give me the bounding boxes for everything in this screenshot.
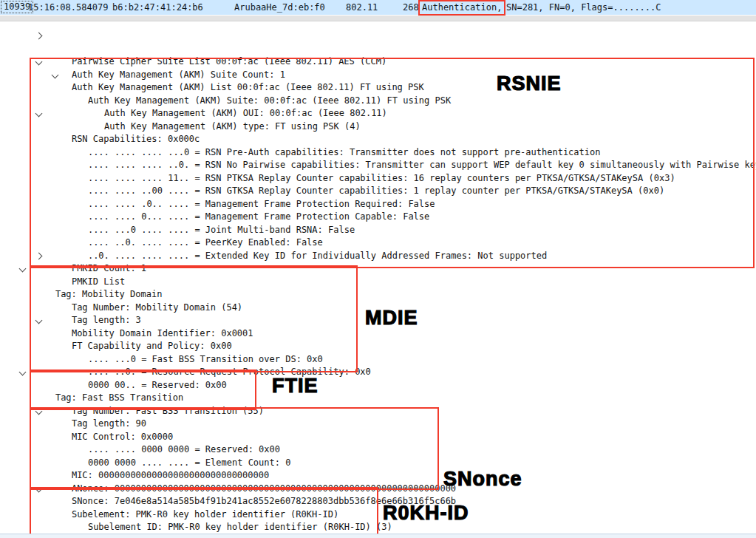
tree-row[interactable]: 0000 0000 .... .... = Element Count: 0 xyxy=(0,431,756,444)
wireshark-window: 10939 15:16:08.584079 b6:b2:47:41:24:b6 … xyxy=(0,0,756,538)
chevron-right-icon[interactable] xyxy=(35,33,43,40)
chevron-down-icon[interactable] xyxy=(19,369,27,376)
tree-row[interactable]: SNonce: 7e046e8a514a585b4f91b241ac8552e6… xyxy=(0,469,756,483)
tree-row[interactable]: .... .... 0000 0000 = Reserved: 0x00 xyxy=(0,418,756,431)
tree-row[interactable]: RSN Capabilities: 0x000c xyxy=(0,107,756,120)
tree-row[interactable]: .... .... ..00 .... = RSN GTKSA Replay C… xyxy=(0,159,756,172)
tree-row[interactable]: ANonce: 00000000000000000000000000000000… xyxy=(0,457,756,470)
tree-row[interactable]: PMKID Count: 1 xyxy=(0,236,756,250)
tree-row[interactable]: Tag: Fast BSS Transition xyxy=(0,366,756,379)
tree-row[interactable]: Subelement: PMK-R0 key holder identifier… xyxy=(0,483,756,496)
tree-row[interactable]: .... ...0 .... .... = Joint Multi-band R… xyxy=(0,198,756,211)
tree-row[interactable]: MIC: 00000000000000000000000000000000 xyxy=(0,443,756,457)
chevron-down-icon[interactable] xyxy=(35,485,43,492)
tree-row[interactable]: Auth Key Management (AKM) type: FT using… xyxy=(0,95,756,108)
tree-row[interactable]: .... .... 0... .... = Management Frame P… xyxy=(0,185,756,198)
tree-row[interactable]: Pairwise Cipher Suite List 00:0f:ac (Iee… xyxy=(0,30,756,43)
tree-row[interactable]: Tag Number: Fast BSS Transition (55) xyxy=(0,379,756,392)
tree-row[interactable]: Auth Key Management (AKM) List 00:0f:ac … xyxy=(0,55,756,69)
packet-destination: ArubaaHe_7d:eb:f0 xyxy=(234,2,325,13)
tree-row[interactable]: Tag length: 90 xyxy=(0,392,756,405)
packet-time: 15:16:08.584079 xyxy=(28,2,108,13)
annotation-label-mdie: MDIE xyxy=(365,307,418,330)
tree-row[interactable]: Tag length: 3 xyxy=(0,288,756,302)
tree-row[interactable]: .... .... .0.. .... = Management Frame P… xyxy=(0,172,756,185)
annotation-label-snonce: SNonce xyxy=(443,468,522,491)
tree-row[interactable]: .... ..0. .... .... = PeerKey Enabled: F… xyxy=(0,211,756,224)
chevron-down-icon[interactable] xyxy=(35,317,43,324)
chevron-down-icon[interactable] xyxy=(52,71,59,78)
tree-row[interactable]: Length: 6 xyxy=(0,508,756,522)
pane-bottom-edge xyxy=(0,534,756,538)
annotation-label-r0kh-id: R0KH-ID xyxy=(383,502,469,525)
chevron-down-icon[interactable] xyxy=(35,58,43,66)
annotation-box-authentication: Authentication, xyxy=(418,0,505,16)
packet-detail-pane: Pairwise Cipher Suite List 00:0f:ac (Iee… xyxy=(0,30,756,534)
packet-info: SN=281, FN=0, Flags=........C xyxy=(506,2,661,13)
annotation-label-ftie: FTIE xyxy=(272,375,319,398)
tree-row[interactable]: 0000 00.. = Reserved: 0x00 xyxy=(0,353,756,367)
packet-protocol: 802.11 xyxy=(346,2,378,13)
tree-row[interactable]: PMK-R0 key holder identifier (R0KH-ID): … xyxy=(0,521,756,534)
tree-row[interactable]: Auth Key Management (AKM) OUI: 00:0f:ac … xyxy=(0,81,756,95)
tree-row[interactable]: Tag Number: Mobility Domain (54) xyxy=(0,276,756,289)
tree-row[interactable]: Auth Key Management (AKM) Suite Count: 1 xyxy=(0,43,756,56)
chevron-right-icon[interactable] xyxy=(35,252,43,259)
chevron-down-icon[interactable] xyxy=(35,110,43,118)
tree-row[interactable]: Subelement ID: PMK-R0 key holder identif… xyxy=(0,495,756,508)
annotation-label-rsnie: RSNIE xyxy=(497,72,562,95)
tree-row[interactable]: PMKID List xyxy=(0,250,756,263)
tree-row[interactable]: Tag: Mobility Domain xyxy=(0,262,756,276)
tree-row[interactable]: .... .... .... ..0. = RSN No Pairwise ca… xyxy=(0,133,756,146)
tree-row[interactable]: .... ..0. = Resource Request Protocol Ca… xyxy=(0,340,756,353)
packet-source: b6:b2:47:41:24:b6 xyxy=(112,2,203,13)
tree-row[interactable]: MIC Control: 0x0000 xyxy=(0,405,756,418)
pane-splitter[interactable] xyxy=(0,16,756,21)
tree-row[interactable]: Auth Key Management (AKM) Suite: 00:0f:a… xyxy=(0,69,756,82)
tree-row[interactable]: .... .... .... 11.. = RSN PTKSA Replay C… xyxy=(0,146,756,160)
tree-row[interactable]: ..0. .... .... .... = Extended Key ID fo… xyxy=(0,224,756,237)
packet-length: 268 xyxy=(403,2,419,13)
chevron-down-icon[interactable] xyxy=(35,407,43,415)
tree-row[interactable]: .... .... .... ...0 = RSN Pre-Auth capab… xyxy=(0,120,756,134)
chevron-down-icon[interactable] xyxy=(19,265,27,273)
packet-list-row[interactable]: 10939 15:16:08.584079 b6:b2:47:41:24:b6 … xyxy=(0,0,756,15)
